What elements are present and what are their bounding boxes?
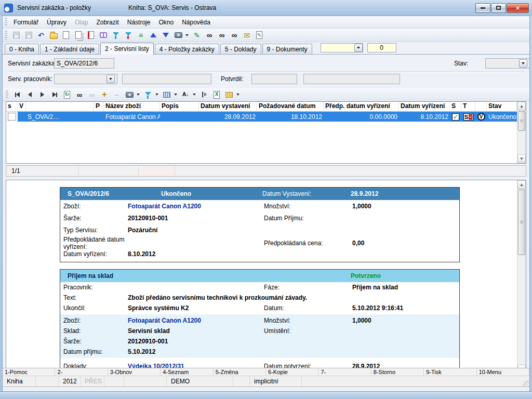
edit-table-icon[interactable] <box>161 89 172 100</box>
columns-icon[interactable] <box>223 89 235 100</box>
first-record-icon[interactable] <box>11 89 23 100</box>
filter-icon[interactable] <box>142 89 154 100</box>
menu-upravy[interactable]: Úpravy <box>43 17 71 28</box>
col-predp-datum[interactable]: Předp. datum vyřízení <box>324 102 399 111</box>
detail-scrollbar[interactable]: ▲ ▼ <box>517 180 526 374</box>
col-s2[interactable]: S <box>450 102 461 111</box>
state-combo[interactable] <box>485 58 530 69</box>
camera-dropdown-icon[interactable] <box>137 94 140 96</box>
tab-dokumenty[interactable]: 9 - Dokumenty <box>262 44 312 54</box>
col-p[interactable]: P <box>94 102 104 111</box>
fkey-9[interactable]: 9-Tisk <box>424 368 476 376</box>
insert-record-icon[interactable]: + <box>99 89 110 100</box>
prev-record-icon[interactable] <box>24 89 35 100</box>
scrollbar-thumb[interactable] <box>518 190 525 255</box>
cell-s-checkbox[interactable]: ✓ <box>450 113 461 121</box>
binoculars-icon[interactable]: ∞ <box>204 30 215 41</box>
tab-kniha[interactable]: 0 - Kniha <box>5 44 39 54</box>
minimize-button[interactable] <box>475 3 490 13</box>
fkey-1[interactable]: 1-Pomoc <box>3 368 55 376</box>
stack-icon[interactable]: ≡ <box>135 30 147 41</box>
sort-dropdown-icon[interactable] <box>193 94 196 96</box>
fkey-5[interactable]: 5-Změna <box>214 368 266 376</box>
tab-doklady[interactable]: 5 - Doklady <box>220 44 261 54</box>
menu-nastroje[interactable]: Nástroje <box>123 17 155 28</box>
menu-napoveda[interactable]: Nápověda <box>178 17 215 28</box>
find-icon[interactable]: ∞ <box>74 89 85 100</box>
maximize-button[interactable] <box>491 3 506 13</box>
binoculars-flag-icon[interactable]: ∞ <box>216 30 228 41</box>
chevron-down-icon[interactable] <box>107 75 115 83</box>
menu-zobrazit[interactable]: Zobrazit <box>92 17 123 28</box>
sign-icon[interactable]: ✎ <box>191 30 203 41</box>
fkey-7[interactable]: 7- <box>318 368 371 376</box>
tab-servisni-listy[interactable]: 2 - Servisní listy <box>100 43 154 55</box>
col-popis[interactable]: Popis <box>160 102 199 111</box>
paste-document-icon[interactable] <box>85 30 97 41</box>
edit-document-icon[interactable]: ✎ <box>254 30 265 41</box>
confirmed-name-field[interactable] <box>303 74 400 84</box>
tab-polozky-zakazky[interactable]: 4 - Položky zakázky <box>155 44 219 54</box>
resize-grip-icon[interactable] <box>523 380 529 387</box>
next-record-icon[interactable] <box>36 89 48 100</box>
goods-link[interactable]: Fotoaparát Canon A1200 <box>128 203 264 210</box>
fkey-2[interactable]: 2- <box>55 368 108 376</box>
chevron-down-icon[interactable] <box>354 44 363 52</box>
grid-scrollbar[interactable]: ▲ ▼ <box>517 102 526 163</box>
sort-icon[interactable]: A↓ <box>180 89 191 100</box>
menu-formular[interactable]: Formulář <box>9 17 43 28</box>
col-v[interactable]: V <box>18 102 26 111</box>
last-record-icon[interactable] <box>49 89 60 100</box>
columns-dropdown-icon[interactable] <box>236 94 240 96</box>
new-document-icon[interactable] <box>60 30 72 41</box>
scroll-down-icon[interactable]: ▼ <box>517 154 526 163</box>
quick-filter-combo[interactable] <box>321 43 363 52</box>
binoculars-plus-icon[interactable]: ∞ <box>229 30 240 41</box>
scroll-up-icon[interactable]: ▲ <box>517 102 526 111</box>
col-t[interactable]: T <box>461 102 475 111</box>
list-values-icon[interactable]: [≡ <box>198 89 210 100</box>
order-field[interactable]: S_OVA/2012/6 <box>54 58 114 69</box>
book-icon[interactable] <box>98 30 109 41</box>
worker-combo[interactable] <box>54 74 117 84</box>
col-datum-vyrizeni[interactable]: Datum vyřízení <box>399 102 450 111</box>
goods-link[interactable]: Fotoaparát Canon A1200 <box>128 317 264 324</box>
close-button[interactable]: × <box>507 3 529 13</box>
col-stav[interactable]: Stav <box>487 102 517 111</box>
mail-icon[interactable]: ✉ <box>241 30 252 41</box>
fkey-10[interactable]: 10-Menu <box>477 368 529 376</box>
worker-name-field[interactable] <box>122 74 211 84</box>
col-vbadge[interactable] <box>475 102 487 111</box>
camera-icon[interactable] <box>172 30 184 41</box>
col-datum-vystaveni[interactable]: Datum vystavení <box>199 102 257 111</box>
filter-dropdown-icon[interactable] <box>155 94 158 96</box>
fkey-3[interactable]: 3-Obnov <box>108 368 161 376</box>
refresh-icon[interactable]: ↻ <box>61 89 73 100</box>
fkey-6[interactable]: 6-Kopie <box>266 368 318 376</box>
col-pozadovane-datum[interactable]: Požadované datum <box>257 102 324 111</box>
row-selector-cell[interactable] <box>6 112 18 122</box>
open-folder-icon[interactable] <box>48 30 59 41</box>
filter-advanced-icon[interactable] <box>123 30 134 41</box>
edit-table-dropdown-icon[interactable] <box>174 94 177 96</box>
fkey-4[interactable]: 4-Seznam <box>161 368 213 376</box>
col-nazev[interactable]: Název zboží <box>104 102 160 111</box>
chevron-down-icon[interactable] <box>519 59 527 68</box>
col-s[interactable]: s <box>6 102 18 111</box>
arrow-up-icon[interactable] <box>148 30 159 41</box>
col-code[interactable] <box>26 102 94 111</box>
tab-zakladni-udaje[interactable]: 1 - Základní údaje <box>40 44 99 54</box>
fkey-8[interactable]: 8-Storno <box>371 368 424 376</box>
camera-icon[interactable] <box>124 89 135 100</box>
table-row[interactable]: S_OVA/2… Fotoaparát Canon A1200 28.09.20… <box>6 112 517 122</box>
scroll-up-icon[interactable]: ▲ <box>517 180 526 189</box>
confirmed-field[interactable] <box>251 74 297 84</box>
menu-okno[interactable]: Okno <box>154 17 178 28</box>
copy-documents-icon[interactable] <box>73 30 84 41</box>
undo-icon[interactable]: ↶ <box>35 30 47 41</box>
arrow-down-icon[interactable] <box>160 30 171 41</box>
excel-export-icon[interactable]: X <box>211 89 222 100</box>
camera-dropdown-icon[interactable] <box>185 34 189 36</box>
scrollbar-thumb[interactable] <box>518 111 525 131</box>
filter-icon[interactable] <box>110 30 122 41</box>
